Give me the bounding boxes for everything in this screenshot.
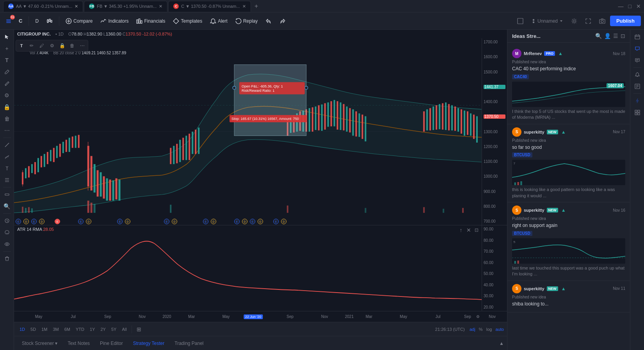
timeframe-5d[interactable]: 5D	[28, 326, 38, 333]
undo-button[interactable]	[262, 16, 275, 26]
percent-btn[interactable]: %	[479, 327, 483, 332]
panel-expand-btn[interactable]: ▲	[499, 341, 504, 346]
timeframe-6m[interactable]: 6M	[62, 326, 73, 333]
tab-close-c[interactable]: ✕	[242, 4, 246, 9]
event-icon-5[interactable]: E	[55, 219, 60, 224]
tab-aa[interactable]: AA AA ▼ 47.60 -0.21% Unnam... ✕	[3, 1, 83, 12]
pitchfork-tool[interactable]	[2, 163, 12, 174]
event-icon-10[interactable]: E	[164, 219, 169, 224]
timeframe-all[interactable]: All	[119, 326, 129, 333]
unnamed-selector[interactable]: Unnamed	[528, 17, 566, 25]
list-view-icon[interactable]: ☰	[613, 33, 618, 39]
idea-item-1[interactable]: M MrRenev PRO ▲ Nov 18 Published new ide…	[507, 46, 630, 124]
atr-close-btn[interactable]: ✕	[466, 227, 472, 233]
more-tool[interactable]: ⋯	[2, 125, 12, 136]
event-icon-4[interactable]: D	[39, 219, 44, 224]
pencil-tool[interactable]	[2, 78, 12, 89]
tab-fb[interactable]: FB FB ▼ 345.30 +1.95% Unnam... ✕	[84, 1, 167, 12]
redo-button[interactable]	[276, 16, 289, 26]
tab-pine-editor[interactable]: Pine Editor	[95, 339, 128, 348]
event-icon-18[interactable]: E	[273, 219, 279, 224]
publish-button[interactable]: Publish	[610, 16, 641, 26]
symbol-selector[interactable]: C	[16, 16, 25, 25]
event-icon-15[interactable]: D	[242, 219, 247, 224]
chart-tool-lock[interactable]: 🔒	[57, 41, 67, 50]
tab-strategy-tester[interactable]: Strategy Tester	[128, 339, 169, 348]
zoom-tool[interactable]: 🔍	[2, 201, 12, 212]
color-tool[interactable]	[2, 227, 12, 238]
indicators-button[interactable]: Indicators	[97, 16, 132, 26]
tab-close-aa[interactable]: ✕	[75, 4, 78, 9]
idea-item-4[interactable]: S superkitty NEW ▲ Nov 11 Published new …	[507, 281, 630, 312]
chart-tool-settings[interactable]: ⚙	[47, 41, 57, 50]
event-icon-16[interactable]: E	[250, 219, 255, 224]
far-right-notifications[interactable]	[632, 69, 643, 80]
tab-close-fb[interactable]: ✕	[159, 4, 162, 9]
chart-type-btn[interactable]	[43, 16, 56, 26]
compare-button[interactable]: Compare	[62, 16, 96, 26]
fib-tool[interactable]	[2, 175, 12, 186]
search-icon[interactable]: 🔍	[595, 33, 602, 39]
trash-tool[interactable]	[2, 253, 12, 264]
crosshair-tool[interactable]: +	[2, 43, 12, 54]
financials-button[interactable]: Financials	[133, 16, 168, 26]
delete-tool[interactable]: 🗑	[2, 113, 12, 124]
chart-tool-delete[interactable]: 🗑	[68, 41, 77, 50]
idea-item-3[interactable]: S superkitty NEW ▲ Nov 16 Published new …	[507, 202, 630, 281]
new-tab-button[interactable]: +	[252, 2, 261, 11]
event-icon-7[interactable]: D	[86, 219, 91, 224]
event-icon-8[interactable]: E	[117, 219, 123, 224]
fullscreen-button[interactable]	[582, 16, 594, 26]
person-icon[interactable]: 👤	[604, 33, 611, 39]
far-right-ideas[interactable]	[632, 43, 643, 54]
event-icon-11[interactable]: D	[172, 219, 177, 224]
tab-trading-panel[interactable]: Trading Panel	[170, 339, 208, 348]
atr-expand-btn[interactable]: ↑	[458, 227, 464, 233]
event-icon-1[interactable]: E	[16, 219, 21, 224]
event-icon-9[interactable]: D	[125, 219, 130, 224]
far-right-calendar[interactable]	[632, 31, 643, 42]
time-axis-settings[interactable]: ⚙	[476, 314, 480, 319]
layout-button[interactable]	[514, 16, 527, 26]
maximize-button[interactable]: □	[628, 3, 632, 9]
settings-button[interactable]	[568, 16, 580, 26]
event-icon-19[interactable]: D	[281, 219, 286, 224]
close-button[interactable]: ✕	[636, 3, 641, 9]
far-right-chat[interactable]	[632, 55, 643, 66]
timeframe-1d[interactable]: 1D	[17, 326, 27, 333]
compare-chart-type[interactable]: ⊞	[134, 325, 144, 334]
timeframe-3m[interactable]: 3M	[50, 326, 61, 333]
event-icon-3[interactable]: E	[31, 219, 37, 224]
eye-tool[interactable]	[2, 239, 12, 250]
far-right-grid[interactable]	[632, 107, 643, 118]
timeframe-ytd[interactable]: YTD	[73, 326, 87, 333]
sidebar-settings-icon[interactable]: ⊡	[621, 33, 625, 39]
event-icon-12[interactable]: E	[203, 219, 208, 224]
text-tool[interactable]: T	[2, 55, 12, 66]
watch-tool[interactable]	[2, 215, 12, 226]
timeframe-5y[interactable]: 5Y	[109, 326, 119, 333]
far-right-lightning[interactable]	[632, 95, 643, 106]
settings-tool[interactable]: ⚙	[2, 90, 12, 101]
far-right-data-window[interactable]	[632, 81, 643, 92]
chart-tool-text[interactable]: T	[17, 41, 26, 50]
replay-button[interactable]: Replay	[232, 16, 261, 26]
chart-tool-pencil[interactable]: ✏	[27, 41, 36, 50]
camera-button[interactable]	[596, 16, 608, 26]
event-icon-2[interactable]: D	[23, 219, 29, 224]
measure-tool[interactable]	[2, 189, 12, 200]
atr-settings-btn[interactable]: ⊡	[473, 227, 480, 233]
event-icon-17[interactable]: D	[258, 219, 263, 224]
channel-tool[interactable]	[2, 151, 12, 162]
log-btn[interactable]: log	[486, 327, 492, 332]
event-icon-14[interactable]: E	[234, 219, 240, 224]
menu-button[interactable]: 31	[3, 16, 14, 27]
line-tool[interactable]	[2, 139, 12, 150]
tab-c[interactable]: C C ▼ 1370.50 -0.87% Unnam... ✕	[168, 1, 251, 12]
timeframe-2y[interactable]: 2Y	[98, 326, 108, 333]
chart-tool-more[interactable]: ⋯	[78, 41, 87, 50]
timeframe-1m[interactable]: 1M	[39, 326, 50, 333]
tab-text-notes[interactable]: Text Notes	[63, 339, 94, 348]
period-selector[interactable]: D	[32, 17, 42, 25]
event-icon-6[interactable]: E	[78, 219, 84, 224]
